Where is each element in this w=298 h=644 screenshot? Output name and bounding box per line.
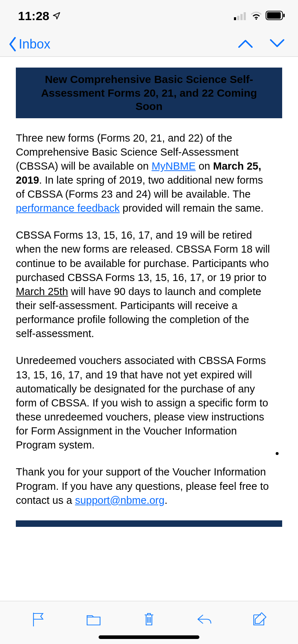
trash-icon: [140, 611, 158, 628]
email-content[interactable]: New Comprehensive Basic Science Self-Ass…: [0, 57, 298, 601]
svg-rect-7: [283, 14, 285, 17]
status-bar: 11:28: [0, 0, 298, 32]
email-banner: New Comprehensive Basic Science Self-Ass…: [16, 68, 282, 118]
nav-bar: Inbox: [0, 32, 298, 57]
flag-button[interactable]: [28, 609, 49, 629]
paragraph-1: Three new forms (Forms 20, 21, and 22) o…: [16, 131, 282, 216]
p2-date-underline: March 25th: [16, 286, 68, 297]
mynbme-link[interactable]: MyNBME: [152, 160, 195, 172]
p4-text-b: .: [164, 494, 167, 506]
p1-text-d: provided will remain the same.: [120, 202, 264, 214]
chevron-down-icon: [269, 37, 285, 50]
svg-rect-0: [234, 17, 236, 20]
wifi-icon: [250, 9, 262, 23]
back-label: Inbox: [19, 37, 50, 52]
prev-message-button[interactable]: [238, 37, 253, 51]
p1-text-c: . In late spring of 2019, two additional…: [16, 174, 263, 200]
compose-icon: [251, 611, 268, 628]
back-button[interactable]: Inbox: [7, 37, 50, 52]
p2-text-a: CBSSA Forms 13, 15, 16, 17, and 19 will …: [16, 229, 270, 283]
status-right: [234, 9, 285, 23]
location-icon: [52, 9, 61, 23]
chevron-up-icon: [238, 37, 253, 50]
folder-icon: [85, 611, 102, 628]
reply-button[interactable]: [194, 609, 215, 629]
divider-banner: [16, 520, 282, 527]
cellular-icon: [234, 9, 247, 23]
bullet-dot: [276, 452, 279, 455]
nav-right: [238, 37, 285, 51]
status-time: 11:28: [18, 9, 49, 23]
paragraph-3: Unredeemed vouchers associated with CBSS…: [16, 354, 282, 452]
email-body: New Comprehensive Basic Science Self-Ass…: [0, 57, 298, 507]
paragraph-4: Thank you for your support of the Vouche…: [16, 465, 282, 507]
p1-text-b: on: [196, 160, 213, 172]
next-message-button[interactable]: [269, 37, 285, 51]
svg-rect-6: [267, 12, 281, 19]
chevron-left-icon: [7, 37, 18, 51]
svg-rect-3: [244, 12, 246, 20]
svg-rect-1: [237, 16, 239, 20]
svg-rect-2: [240, 14, 243, 20]
delete-button[interactable]: [139, 609, 159, 629]
svg-point-4: [256, 18, 257, 20]
compose-button[interactable]: [249, 609, 270, 629]
support-email-link[interactable]: support@nbme.org: [75, 494, 164, 506]
flag-icon: [30, 611, 47, 628]
home-indicator[interactable]: [99, 635, 199, 639]
performance-feedback-link[interactable]: performance feedback: [16, 202, 120, 214]
battery-icon: [266, 9, 285, 23]
reply-icon: [196, 611, 213, 628]
paragraph-2: CBSSA Forms 13, 15, 16, 17, and 19 will …: [16, 228, 282, 341]
status-left: 11:28: [18, 9, 61, 23]
move-button[interactable]: [83, 609, 104, 629]
